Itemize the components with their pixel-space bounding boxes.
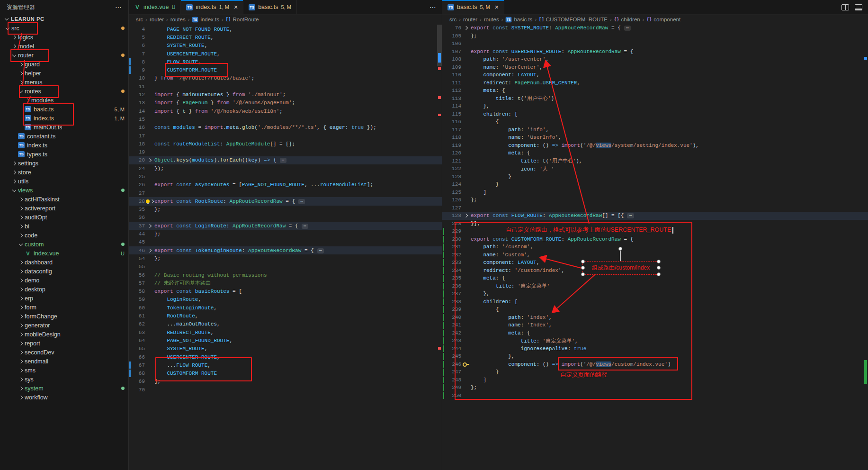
code-line-124[interactable]: 124 } <box>442 181 868 189</box>
tree-item-views[interactable]: views <box>0 186 128 195</box>
tree-item-router[interactable]: router <box>0 51 128 60</box>
tree-item-sys[interactable]: sys <box>0 375 128 384</box>
code-line-237[interactable]: 237 }, <box>442 290 868 298</box>
code-line-117[interactable]: 117 path: 'info', <box>442 126 868 134</box>
code-line-247[interactable]: 247 } <box>442 368 868 376</box>
fold-chevron-icon[interactable] <box>464 214 468 217</box>
lightbulb-icon[interactable] <box>146 199 150 203</box>
breadcrumb-item-src[interactable]: src <box>449 17 456 22</box>
code-line-67[interactable]: 67 ...FLOW_ROUTE, <box>129 361 442 369</box>
code-line-115[interactable]: 115 children: [ <box>442 110 868 118</box>
tree-item-code[interactable]: code <box>0 231 128 240</box>
code-line-113[interactable]: 113 title: t('用户中心') <box>442 95 868 103</box>
tree-item-secondDev[interactable]: secondDev <box>0 348 128 357</box>
tree-item-workflow[interactable]: workflow <box>0 393 128 402</box>
fold-chevron-icon[interactable] <box>148 158 152 162</box>
tree-item-form[interactable]: form <box>0 303 128 312</box>
code-line-68[interactable]: 68 CUSTOMFORM_ROUTE <box>129 369 442 377</box>
tree-item-system[interactable]: system <box>0 384 128 393</box>
code-line-250[interactable]: 250 <box>442 392 868 400</box>
code-line-37[interactable]: 37export const LoginRoute: AppRouteRecor… <box>129 222 442 230</box>
code-line-62[interactable]: 62 ...mainOutRoutes, <box>129 320 442 328</box>
code-line-230[interactable]: 230export const CUSTOMFORM_ROUTE: AppRou… <box>442 235 868 244</box>
code-line-57[interactable]: 57// 未经许可的基本路由 <box>129 279 442 287</box>
tree-item-utils[interactable]: utils <box>0 177 128 186</box>
code-line-13[interactable]: 13import { PageEnum } from '/@/enums/pag… <box>129 99 442 107</box>
code-line-65[interactable]: 65 SYSTEM_ROUTE, <box>129 345 442 353</box>
code-line-232[interactable]: 232 name: 'Custom', <box>442 251 868 259</box>
tree-item-modules[interactable]: modules <box>0 96 128 105</box>
tree-item-formChange[interactable]: formChange <box>0 312 128 321</box>
code-line-9[interactable]: 9 CUSTOMFORM_ROUTE <box>129 66 442 74</box>
code-line-46[interactable]: 46export const TokenLoginRoute: AppRoute… <box>129 246 442 254</box>
code-line-107[interactable]: 107export const USERCENTER_ROUTE: AppRou… <box>442 48 868 56</box>
code-line-69[interactable]: 69]; <box>129 378 442 386</box>
code-line-59[interactable]: 59 LoginRoute, <box>129 296 442 304</box>
code-line-248[interactable]: 248 ] <box>442 376 868 384</box>
code-line-245[interactable]: 245 }, <box>442 352 868 361</box>
code-line-18[interactable]: 18const routeModuleList: AppRouteModule[… <box>129 140 442 148</box>
code-line-35[interactable]: 35}; <box>129 206 442 214</box>
code-line-17[interactable]: 17 <box>129 132 442 140</box>
tree-item-sms[interactable]: sms <box>0 366 128 375</box>
code-line-243[interactable]: 243 title: '自定义菜单', <box>442 337 868 345</box>
code-line-121[interactable]: 121 title: t('用户中心'), <box>442 157 868 165</box>
code-line-76[interactable]: 76export const SYSTEM_ROUTE: AppRouteRec… <box>442 24 868 32</box>
code-line-54[interactable]: 54}; <box>129 254 442 262</box>
code-line-28[interactable]: 28export const RootRoute: AppRouteRecord… <box>129 197 442 205</box>
fold-chevron-icon[interactable] <box>148 224 152 228</box>
tree-item-basic.ts[interactable]: TSbasic.ts5, M <box>0 105 128 114</box>
code-line-66[interactable]: 66 USERCENTER_ROUTE, <box>129 353 442 361</box>
code-line-240[interactable]: 240 path: 'index', <box>442 314 868 322</box>
code-line-58[interactable]: 58export const basicRoutes = [ <box>129 288 442 296</box>
tab-basic.ts[interactable]: TSbasic.ts5, M <box>243 0 297 14</box>
tree-item-store[interactable]: store <box>0 168 128 177</box>
code-line-10[interactable]: 10} from '/@/router/routes/basic'; <box>129 74 442 82</box>
tab-index.ts[interactable]: TSindex.ts1, M× <box>181 0 243 14</box>
breadcrumb-item-routes[interactable]: routes <box>484 17 499 22</box>
code-line-234[interactable]: 234 redirect: '/custom/index', <box>442 267 868 275</box>
breadcrumb-item-CUSTOMFORM_ROUTE[interactable]: []CUSTOMFORM_ROUTE <box>539 17 608 22</box>
tree-item-src[interactable]: src <box>0 24 128 33</box>
breadcrumb-item-children[interactable]: {}children <box>614 17 640 22</box>
code-line-56[interactable]: 56// Basic routing without permissions <box>129 271 442 279</box>
breadcrumb-item-routes[interactable]: routes <box>170 17 186 22</box>
code-line-106[interactable]: 106 <box>442 40 868 48</box>
tree-item-sendmail[interactable]: sendmail <box>0 357 128 366</box>
code-line-116[interactable]: 116 { <box>442 118 868 126</box>
tree-item-model[interactable]: model <box>0 42 128 51</box>
code-line-114[interactable]: 114 }, <box>442 102 868 110</box>
code-line-235[interactable]: 235 meta: { <box>442 274 868 282</box>
code-line-231[interactable]: 231 path: '/custom', <box>442 243 868 251</box>
breadcrumb-item-RootRoute[interactable]: []RootRoute <box>226 17 259 22</box>
tree-item-index.ts[interactable]: TSindex.ts1, M <box>0 114 128 123</box>
tree-item-index.ts[interactable]: TSindex.ts <box>0 141 128 150</box>
breadcrumb-item-basic.ts[interactable]: TSbasic.ts <box>505 17 532 23</box>
code-line-125[interactable]: 125 ] <box>442 189 868 197</box>
code-line-36[interactable]: 36 <box>129 214 442 222</box>
folded-code-ellipsis[interactable]: ⋯ <box>317 248 324 253</box>
tree-item-mainOut.ts[interactable]: TSmainOut.ts <box>0 123 128 132</box>
code-line-64[interactable]: 64 PAGE_NOT_FOUND_ROUTE, <box>129 336 442 344</box>
tree-item-constant.ts[interactable]: TSconstant.ts <box>0 132 128 141</box>
code-line-110[interactable]: 110 component: LAYOUT, <box>442 71 868 79</box>
code-line-127[interactable]: 127 <box>442 204 868 212</box>
tree-item-types.ts[interactable]: TStypes.ts <box>0 150 128 159</box>
code-line-20[interactable]: 20Object.keys(modules).forEach((key) => … <box>129 156 442 164</box>
close-icon[interactable]: × <box>495 4 499 10</box>
code-line-128[interactable]: 128export const FLOW_ROUTE: AppRouteReco… <box>442 212 868 220</box>
split-editor-icon[interactable] <box>841 4 849 10</box>
tree-item-custom[interactable]: custom <box>0 240 128 249</box>
tree-item-demo[interactable]: demo <box>0 276 128 285</box>
code-line-246[interactable]: 246 component: () => import('/@/views/cu… <box>442 361 868 369</box>
code-line-244[interactable]: 244 ignoreKeepAlive: true <box>442 345 868 353</box>
code-line-105[interactable]: 105}; <box>442 32 868 40</box>
fold-chevron-icon[interactable] <box>148 248 152 252</box>
more-actions-icon[interactable]: ⋯ <box>430 3 436 11</box>
code-line-16[interactable]: 16const modules = import.meta.glob('./mo… <box>129 124 442 132</box>
tree-item-mobileDesign[interactable]: mobileDesign <box>0 330 128 339</box>
tree-item-activereport[interactable]: activereport <box>0 204 128 213</box>
tree-item-dataconfig[interactable]: dataconfig <box>0 267 128 276</box>
code-line-118[interactable]: 118 name: 'UserInfo', <box>442 134 868 142</box>
tree-item-generator[interactable]: generator <box>0 321 128 330</box>
